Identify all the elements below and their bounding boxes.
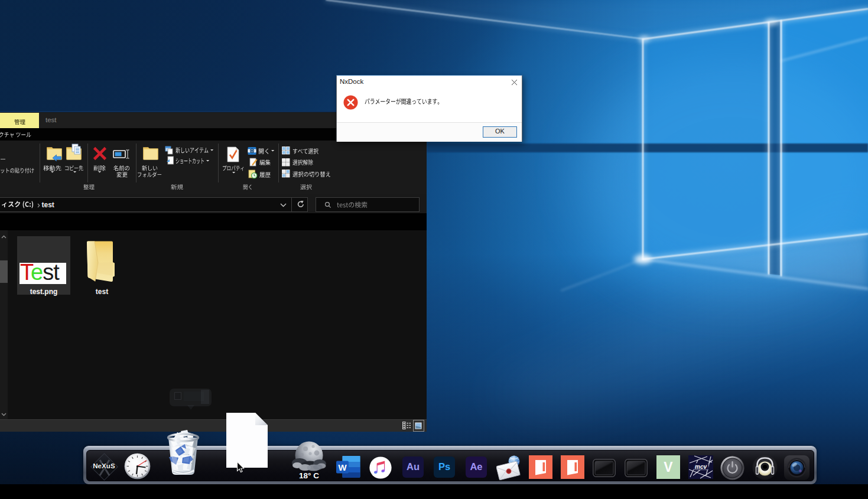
- svg-text:mcv: mcv: [694, 463, 707, 469]
- svg-text:W: W: [338, 462, 347, 472]
